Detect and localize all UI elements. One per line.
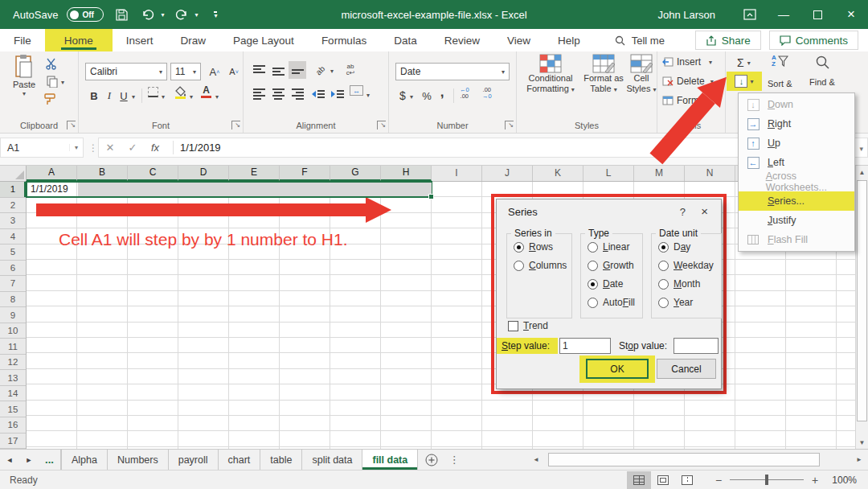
- scroll-left-button[interactable]: ◄: [529, 456, 543, 463]
- align-left-button[interactable]: [250, 85, 268, 103]
- font-color-caret[interactable]: ▾: [215, 93, 219, 101]
- font-dialog-launcher[interactable]: ↘: [231, 121, 240, 129]
- selection-a1-h1[interactable]: 1/1/2019: [26, 181, 432, 198]
- menu-item-left[interactable]: ←Left: [739, 153, 854, 172]
- share-button[interactable]: Share: [695, 31, 761, 50]
- increase-decimal-icon[interactable]: ←0.00: [460, 87, 469, 100]
- insert-cells-button[interactable]: Insert ▾: [662, 56, 712, 68]
- column-header-a[interactable]: A: [27, 166, 77, 181]
- row-header-13[interactable]: 13: [0, 370, 26, 386]
- underline-caret[interactable]: ▾: [132, 93, 135, 101]
- horizontal-scroll-thumb[interactable]: [548, 453, 820, 466]
- orientation-caret[interactable]: ▾: [330, 68, 334, 75]
- sheet-tab-table[interactable]: table: [260, 450, 302, 470]
- row-header-1[interactable]: 1: [0, 182, 26, 198]
- sheet-tab-split-data[interactable]: split data: [302, 450, 362, 470]
- radio-date[interactable]: Date: [588, 278, 642, 290]
- tab-help[interactable]: Help: [544, 29, 594, 51]
- middle-align-button[interactable]: [269, 61, 287, 79]
- tab-formulas[interactable]: Formulas: [308, 29, 380, 51]
- radio-rows[interactable]: Rows: [514, 241, 571, 253]
- sheet-tab-menu-icon[interactable]: ⋮: [445, 450, 463, 470]
- increase-indent-icon[interactable]: [329, 85, 346, 103]
- undo-caret[interactable]: ▾: [161, 11, 164, 18]
- tab-review[interactable]: Review: [431, 29, 493, 51]
- underline-button[interactable]: U: [117, 87, 130, 105]
- column-header-i[interactable]: I: [432, 166, 482, 181]
- radio-month[interactable]: Month: [658, 278, 721, 290]
- autosum-icon[interactable]: Σ ▾: [737, 56, 751, 69]
- wrap-text-icon[interactable]: abc↩: [340, 61, 361, 79]
- minimize-button[interactable]: —: [767, 0, 800, 29]
- trend-option[interactable]: Trend: [508, 320, 548, 331]
- menu-item-up[interactable]: ↑Up: [739, 134, 854, 153]
- sheet-tab-payroll[interactable]: payroll: [169, 450, 219, 470]
- column-header-e[interactable]: E: [229, 166, 280, 181]
- sort-filter-button[interactable]: AZ Sort &: [768, 55, 792, 88]
- radio-growth[interactable]: Growth: [588, 260, 642, 271]
- tell-me[interactable]: Tell me: [615, 29, 665, 51]
- row-header-14[interactable]: 14: [0, 386, 26, 402]
- customize-quick-access-icon[interactable]: ▾: [207, 5, 224, 24]
- radio-linear[interactable]: Linear: [588, 241, 642, 253]
- maximize-button[interactable]: [800, 0, 834, 29]
- step-value-input[interactable]: 1: [559, 338, 611, 354]
- merge-center-icon[interactable]: ↔: [350, 85, 363, 96]
- comments-button[interactable]: Comments: [769, 31, 858, 50]
- decrease-indent-icon[interactable]: [309, 85, 327, 103]
- cell-styles-button[interactable]: Cell Styles ▾: [626, 54, 657, 95]
- scroll-down-button[interactable]: ▼: [856, 436, 868, 449]
- menu-item-justify[interactable]: Justify: [739, 211, 854, 230]
- zoom-in-button[interactable]: +: [810, 474, 820, 487]
- sheet-tab-overflow[interactable]: ...: [39, 450, 61, 470]
- formula-value[interactable]: 1/1/2019: [180, 142, 221, 154]
- menu-item-across-worksheets[interactable]: Across Worksheets...: [739, 172, 854, 191]
- comma-style-icon[interactable]: ,: [437, 84, 447, 101]
- row-header-16[interactable]: 16: [0, 417, 26, 434]
- format-as-table-button[interactable]: Format as Table ▾: [583, 54, 624, 95]
- cancel-entry-icon[interactable]: ✕: [99, 142, 121, 154]
- dialog-close-icon[interactable]: ×: [701, 204, 708, 218]
- tab-page-layout[interactable]: Page Layout: [219, 29, 308, 51]
- column-header-m[interactable]: M: [634, 166, 685, 181]
- column-header-g[interactable]: G: [330, 166, 381, 181]
- autosave-toggle[interactable]: Off: [67, 7, 104, 22]
- menu-item-right[interactable]: →Right: [739, 114, 854, 134]
- format-painter-icon[interactable]: [43, 93, 57, 106]
- number-dialog-launcher[interactable]: ↘: [505, 121, 514, 129]
- row-header-9[interactable]: 9: [0, 307, 26, 323]
- undo-icon[interactable]: [139, 5, 157, 24]
- radio-autofill[interactable]: AutoFill: [588, 297, 642, 308]
- ribbon-display-options-icon[interactable]: [733, 0, 767, 29]
- radio-columns[interactable]: Columns: [514, 260, 571, 271]
- top-align-button[interactable]: [250, 61, 268, 79]
- borders-caret[interactable]: ▾: [162, 93, 165, 101]
- number-format-combo[interactable]: Date▾: [395, 63, 510, 80]
- row-header-12[interactable]: 12: [0, 355, 26, 371]
- scroll-up-button[interactable]: ▲: [856, 166, 868, 179]
- sheet-tab-fill-data[interactable]: fill data: [362, 450, 418, 470]
- page-layout-view-button[interactable]: [651, 471, 675, 489]
- menu-item-down[interactable]: ↓Down: [739, 95, 854, 114]
- clipboard-dialog-launcher[interactable]: ↘: [67, 121, 76, 129]
- sheet-nav-right-icon[interactable]: ►: [19, 450, 39, 470]
- tab-data[interactable]: Data: [380, 29, 431, 51]
- font-name-combo[interactable]: Calibri▾: [85, 63, 167, 80]
- vertical-scrollbar[interactable]: ▲ ▼: [855, 166, 868, 449]
- select-all-corner[interactable]: [0, 166, 27, 182]
- italic-button[interactable]: I: [103, 87, 116, 105]
- orientation-icon[interactable]: ab: [311, 61, 330, 79]
- trend-checkbox[interactable]: [508, 321, 518, 331]
- tab-view[interactable]: View: [493, 29, 544, 51]
- alignment-dialog-launcher[interactable]: ↘: [377, 121, 386, 129]
- menu-item-flash-fill[interactable]: Flash Fill: [739, 230, 854, 249]
- spreadsheet-cells[interactable]: 1/1/2019 Cell A1 will step by by 1 numbe…: [27, 182, 855, 449]
- copy-icon[interactable]: [47, 76, 59, 88]
- new-sheet-icon[interactable]: [418, 450, 445, 470]
- copy-caret[interactable]: ▾: [61, 79, 64, 86]
- column-header-l[interactable]: L: [583, 166, 634, 181]
- row-header-8[interactable]: 8: [0, 292, 26, 308]
- sheet-nav-left-icon[interactable]: ◄: [0, 450, 19, 470]
- vertical-scroll-thumb[interactable]: [857, 180, 867, 421]
- dialog-help-icon[interactable]: ?: [680, 206, 686, 218]
